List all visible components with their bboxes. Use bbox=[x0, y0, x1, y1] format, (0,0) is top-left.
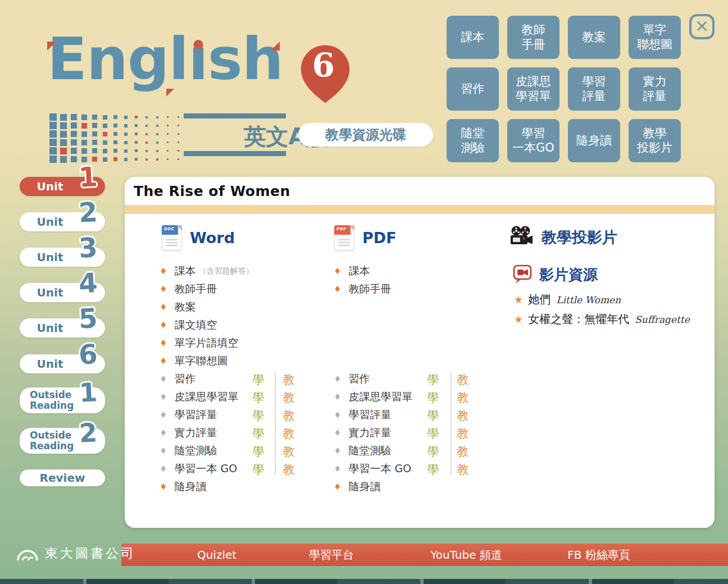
top-menu-button[interactable]: 單字 聯想圖 bbox=[629, 16, 681, 59]
sidebar-item-outside-reading-1[interactable]: Outside Reading1 bbox=[20, 387, 105, 413]
dot bbox=[60, 156, 67, 163]
logo-accent bbox=[271, 42, 280, 51]
learn-button[interactable]: 學 bbox=[427, 390, 439, 405]
top-menu-button[interactable]: 教案 bbox=[568, 16, 620, 59]
sidebar-item-unit-4[interactable]: Unit4 bbox=[20, 283, 105, 302]
pdf-header-label: PDF bbox=[362, 229, 397, 247]
learn-button[interactable]: 學 bbox=[427, 372, 439, 387]
dot bbox=[167, 133, 169, 135]
learn-button[interactable]: 學 bbox=[253, 462, 265, 477]
top-menu: 課本教師 手冊教案單字 聯想圖習作皮課思 學習單學習 評量實力 評量隨堂 測驗學… bbox=[447, 16, 681, 162]
sidebar-item-unit-5[interactable]: Unit5 bbox=[20, 318, 105, 337]
doc-item-教師手冊[interactable]: ♦教師手冊 bbox=[160, 280, 217, 298]
doc-item-隨堂測驗: ♦隨堂測驗 bbox=[160, 442, 217, 460]
learn-button[interactable]: 學 bbox=[427, 444, 439, 459]
video-link[interactable]: ★女權之聲：無懼年代Suffragette bbox=[514, 312, 690, 327]
doc-item-教師手冊[interactable]: ♦教師手冊 bbox=[334, 280, 391, 298]
teach-button[interactable]: 教 bbox=[457, 426, 469, 441]
video-title-zh: 她們 bbox=[528, 292, 550, 307]
teach-button[interactable]: 教 bbox=[457, 444, 469, 459]
doc-item-教案[interactable]: ♦教案 bbox=[160, 298, 195, 316]
teach-button[interactable]: 教 bbox=[457, 462, 469, 477]
teach-button[interactable]: 教 bbox=[283, 462, 295, 477]
sidebar-item-review[interactable]: Review bbox=[20, 469, 105, 486]
teach-button[interactable]: 教 bbox=[283, 372, 295, 387]
dot bbox=[60, 139, 67, 146]
word-header-label: Word bbox=[190, 229, 235, 247]
doc-item-隨身讀[interactable]: ♦隨身讀 bbox=[334, 478, 380, 496]
top-menu-button[interactable]: 課本 bbox=[447, 16, 499, 59]
diamond-bullet-icon: ♦ bbox=[160, 266, 167, 276]
doc-item-課本[interactable]: ♦課本 bbox=[334, 262, 370, 280]
learn-button[interactable]: 學 bbox=[427, 462, 439, 477]
doc-item-label: 習作 bbox=[348, 372, 370, 386]
footer-link-1[interactable]: 學習平台 bbox=[309, 544, 354, 566]
footer-link-3[interactable]: FB 粉絲專頁 bbox=[567, 544, 630, 566]
disc-title: 教學資源光碟 bbox=[298, 123, 433, 147]
top-menu-button[interactable]: 學習 一本GO bbox=[507, 119, 559, 162]
doc-item-單字聯想圖[interactable]: ♦單字聯想圖 bbox=[160, 352, 228, 370]
content-panel: The Rise of Women DOC Word PDF PDF bbox=[125, 177, 715, 528]
top-menu-button[interactable]: 教師 手冊 bbox=[507, 16, 559, 59]
dot bbox=[71, 139, 77, 145]
bottom-decor-strip bbox=[0, 579, 728, 584]
top-menu-button[interactable]: 隨堂 測驗 bbox=[447, 119, 499, 162]
doc-item-課本[interactable]: ♦課本（含習題解答） bbox=[160, 262, 253, 280]
learn-button[interactable]: 學 bbox=[253, 426, 265, 441]
learn-button[interactable]: 學 bbox=[253, 390, 265, 405]
learn-button[interactable]: 學 bbox=[427, 408, 439, 423]
dot bbox=[92, 140, 97, 145]
doc-item-課文填空[interactable]: ♦課文填空 bbox=[160, 316, 217, 334]
top-menu-button[interactable]: 皮課思 學習單 bbox=[507, 67, 559, 111]
top-menu-button[interactable]: 隨身讀 bbox=[568, 119, 620, 162]
doc-item-隨身讀[interactable]: ♦隨身讀 bbox=[160, 478, 206, 496]
top-menu-button[interactable]: 教學 投影片 bbox=[629, 119, 681, 162]
top-menu-button[interactable]: 學習 評量 bbox=[568, 67, 620, 111]
learn-button[interactable]: 學 bbox=[253, 444, 265, 459]
star-icon: ★ bbox=[514, 313, 523, 325]
doc-item-label: 教師手冊 bbox=[348, 282, 391, 296]
dot bbox=[81, 140, 87, 145]
sidebar-pill: Review bbox=[20, 469, 105, 486]
close-button[interactable]: × bbox=[689, 14, 715, 39]
doc-item-實力評量: ♦實力評量 bbox=[160, 424, 217, 442]
doc-item-label: 隨堂測驗 bbox=[174, 444, 217, 458]
sidebar-item-number: 2 bbox=[78, 198, 98, 226]
doc-item-label: 課本 bbox=[348, 264, 370, 279]
footer-link-2[interactable]: YouTube 頻道 bbox=[430, 544, 502, 566]
footer-link-0[interactable]: Quizlet bbox=[197, 544, 236, 566]
teach-button[interactable]: 教 bbox=[457, 390, 469, 405]
diamond-bullet-icon: ♦ bbox=[334, 410, 341, 420]
teach-button[interactable]: 教 bbox=[283, 426, 295, 441]
doc-item-label: 實力評量 bbox=[348, 426, 391, 440]
teach-button[interactable]: 教 bbox=[283, 390, 295, 405]
top-menu-button[interactable]: 實力 評量 bbox=[629, 67, 681, 111]
learn-button[interactable]: 學 bbox=[427, 426, 439, 441]
learn-button[interactable]: 學 bbox=[253, 408, 265, 423]
teach-button[interactable]: 教 bbox=[283, 408, 295, 423]
doc-item-label: 課本 bbox=[174, 264, 195, 279]
doc-item-單字片語填空[interactable]: ♦單字片語填空 bbox=[160, 334, 238, 352]
teach-button[interactable]: 教 bbox=[457, 372, 469, 387]
dot bbox=[113, 115, 117, 119]
dot bbox=[81, 115, 87, 120]
dot bbox=[156, 150, 158, 152]
sidebar-item-unit-2[interactable]: Unit2 bbox=[20, 212, 105, 231]
dot bbox=[135, 133, 138, 135]
sidebar-item-outside-reading-2[interactable]: Outside Reading2 bbox=[20, 428, 105, 454]
learn-button[interactable]: 學 bbox=[253, 372, 265, 387]
teach-button[interactable]: 教 bbox=[457, 408, 469, 423]
sidebar-item-unit-3[interactable]: Unit3 bbox=[20, 248, 105, 267]
sidebar-item-unit-6[interactable]: Unit6 bbox=[20, 354, 105, 373]
dot bbox=[71, 114, 77, 120]
slides-header[interactable]: 教學投影片 bbox=[509, 225, 617, 250]
doc-item-label: 皮課思學習單 bbox=[348, 390, 412, 404]
sidebar-item-unit-1[interactable]: Unit1 bbox=[20, 177, 105, 196]
diamond-bullet-icon: ♦ bbox=[334, 266, 341, 276]
diamond-bullet-icon: ♦ bbox=[334, 374, 341, 384]
video-link[interactable]: ★她們Little Women bbox=[514, 292, 621, 307]
teach-button[interactable]: 教 bbox=[283, 444, 295, 459]
top-menu-button[interactable]: 習作 bbox=[447, 67, 499, 111]
diamond-bullet-icon: ♦ bbox=[334, 392, 341, 402]
dot bbox=[113, 149, 117, 153]
